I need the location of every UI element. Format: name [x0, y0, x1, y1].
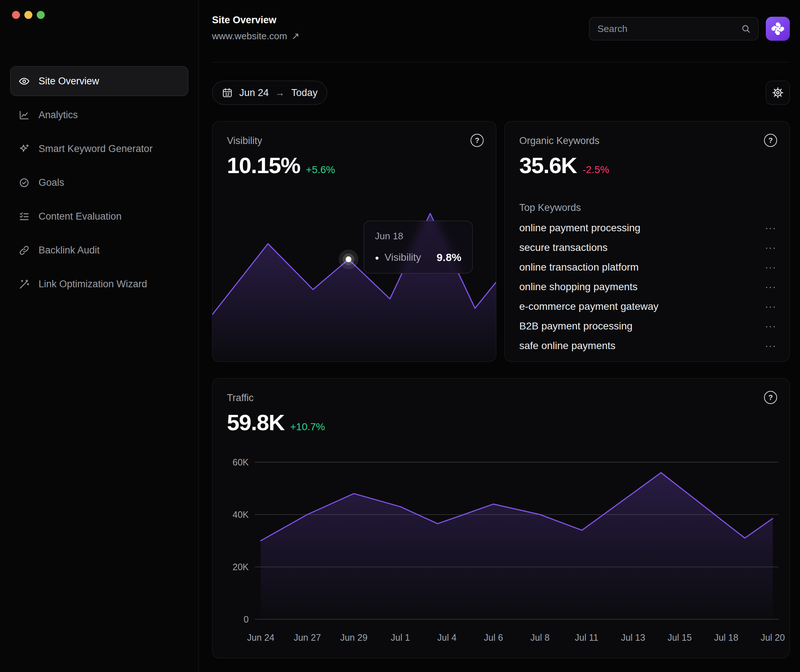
- visibility-value: 10.15%: [227, 154, 300, 177]
- keyword-menu-button[interactable]: ···: [764, 262, 777, 273]
- keyword-text: safe online payments: [519, 340, 616, 352]
- date-range-button[interactable]: 12 Jun 24 → Today: [212, 81, 327, 105]
- app-logo-icon: [770, 21, 786, 37]
- site-domain-link[interactable]: www.website.com ↗: [212, 30, 299, 42]
- keyword-menu-button[interactable]: ···: [764, 341, 777, 351]
- date-range-start: Jun 24: [239, 87, 269, 99]
- x-axis-label: Jun 27: [293, 632, 321, 643]
- calendar-icon: 12: [222, 87, 233, 98]
- sidebar-item-smart-keyword-generator[interactable]: Smart Keyword Generator: [10, 134, 188, 164]
- search-icon: [741, 24, 751, 34]
- window-zoom-button[interactable]: [37, 11, 45, 19]
- sidebar-item-content-evaluation[interactable]: Content Evaluation: [10, 202, 188, 231]
- magic-wand-icon: [19, 278, 30, 290]
- sparkles-icon: [19, 143, 30, 155]
- keyword-menu-button[interactable]: ···: [764, 321, 777, 332]
- keyword-menu-button[interactable]: ···: [764, 223, 777, 234]
- sidebar-item-label: Backlink Audit: [38, 245, 100, 256]
- sidebar-item-link-optimization-wizard[interactable]: Link Optimization Wizard: [10, 269, 188, 299]
- tooltip-row: ● Visibility 9.8%: [375, 251, 461, 264]
- sidebar-item-label: Link Optimization Wizard: [38, 278, 147, 290]
- top-keywords-heading: Top Keywords: [519, 202, 581, 213]
- help-icon[interactable]: ?: [470, 134, 484, 147]
- checklist-icon: [19, 211, 30, 222]
- card-title: Organic Keywords: [519, 135, 600, 147]
- keyword-text: online transaction platform: [519, 261, 638, 273]
- help-icon[interactable]: ?: [764, 391, 777, 404]
- tooltip-value: 9.8%: [437, 251, 461, 264]
- app-logo-button[interactable]: [766, 17, 790, 41]
- keyword-row: secure transactions ···: [519, 238, 777, 258]
- link-icon: [19, 245, 30, 256]
- x-axis-label: Jul 11: [575, 632, 598, 643]
- traffic-chart[interactable]: [255, 462, 779, 619]
- x-axis-label: Jul 15: [668, 632, 692, 643]
- traffic-card: Traffic ? 59.8K +10.7% 60K40K20K0 Jun 24…: [212, 378, 790, 658]
- traffic-value: 59.8K: [227, 411, 284, 434]
- y-axis-label: 0: [244, 614, 249, 625]
- organic-keywords-card: Organic Keywords ? 35.6K -2.5% Top Keywo…: [504, 121, 790, 362]
- sidebar-item-label: Content Evaluation: [38, 211, 122, 222]
- sidebar-item-site-overview[interactable]: Site Overview: [10, 66, 188, 96]
- target-check-icon: [19, 177, 30, 188]
- x-axis-label: Jul 13: [621, 632, 645, 643]
- app-window: Site Overview Analytics Smart Keyword Ge…: [0, 0, 800, 672]
- sidebar-item-label: Smart Keyword Generator: [38, 143, 153, 155]
- keyword-menu-button[interactable]: ···: [764, 243, 777, 253]
- traffic-metric: 59.8K +10.7%: [227, 411, 325, 434]
- keyword-row: online shopping payments ···: [519, 277, 777, 297]
- toolbar: 12 Jun 24 → Today: [212, 81, 790, 105]
- x-axis-label: Jul 8: [531, 632, 550, 643]
- svg-text:12: 12: [225, 92, 229, 96]
- x-axis-label: Jul 20: [761, 632, 785, 643]
- y-axis-label: 40K: [233, 509, 249, 520]
- header-actions: [589, 17, 790, 41]
- eye-icon: [19, 76, 30, 87]
- visibility-metric: 10.15% +5.6%: [227, 154, 335, 177]
- line-chart-icon: [19, 109, 30, 121]
- search-input[interactable]: [597, 23, 741, 35]
- keyword-menu-button[interactable]: ···: [764, 282, 777, 292]
- x-axis-label: Jul 6: [484, 632, 503, 643]
- window-minimize-button[interactable]: [24, 11, 32, 19]
- window-close-button[interactable]: [12, 11, 20, 19]
- card-title: Visibility: [227, 135, 262, 147]
- sidebar: Site Overview Analytics Smart Keyword Ge…: [0, 0, 199, 672]
- gear-icon: [772, 87, 784, 99]
- help-icon[interactable]: ?: [764, 134, 777, 147]
- sidebar-item-label: Goals: [38, 177, 64, 188]
- keyword-text: online payment processing: [519, 222, 640, 234]
- visibility-delta: +5.6%: [306, 164, 335, 176]
- keyword-row: e-commerce payment gateway ···: [519, 297, 777, 316]
- keyword-row: online transaction platform ···: [519, 258, 777, 277]
- keyword-row: online payment processing ···: [519, 218, 777, 238]
- sidebar-item-label: Site Overview: [38, 76, 99, 87]
- x-axis-label: Jun 24: [247, 632, 274, 643]
- y-axis-label: 60K: [233, 457, 249, 468]
- organic-keywords-metric: 35.6K -2.5%: [519, 154, 609, 177]
- y-axis-label: 20K: [233, 562, 249, 572]
- settings-button[interactable]: [766, 81, 790, 105]
- chart-tooltip: Jun 18 ● Visibility 9.8%: [364, 221, 473, 274]
- keyword-text: secure transactions: [519, 242, 608, 253]
- keyword-row: B2B payment processing ···: [519, 316, 777, 336]
- organic-keywords-value: 35.6K: [519, 154, 577, 177]
- keyword-menu-button[interactable]: ···: [764, 301, 777, 312]
- date-range-end: Today: [291, 87, 317, 99]
- main-content: Site Overview www.website.com ↗: [199, 0, 800, 672]
- x-axis-label: Jun 29: [340, 632, 367, 643]
- x-axis-label: Jul 18: [714, 632, 739, 643]
- traffic-delta: +10.7%: [290, 421, 325, 433]
- traffic-y-axis: 60K40K20K0: [212, 462, 249, 619]
- x-axis-label: Jul 1: [391, 632, 410, 643]
- keyword-text: online shopping payments: [519, 281, 637, 293]
- tooltip-date: Jun 18: [375, 230, 461, 242]
- visibility-card: Visibility ? 10.15% +5.6% Jun 18 ● Visib…: [212, 121, 496, 362]
- window-controls: [12, 11, 45, 19]
- traffic-x-axis: Jun 24Jun 27Jun 29Jul 1Jul 4Jul 6Jul 8Ju…: [255, 632, 779, 645]
- tooltip-series: Visibility: [384, 252, 421, 263]
- sidebar-item-goals[interactable]: Goals: [10, 168, 188, 197]
- sidebar-item-analytics[interactable]: Analytics: [10, 100, 188, 130]
- sidebar-item-backlink-audit[interactable]: Backlink Audit: [10, 235, 188, 265]
- card-title: Traffic: [227, 392, 254, 404]
